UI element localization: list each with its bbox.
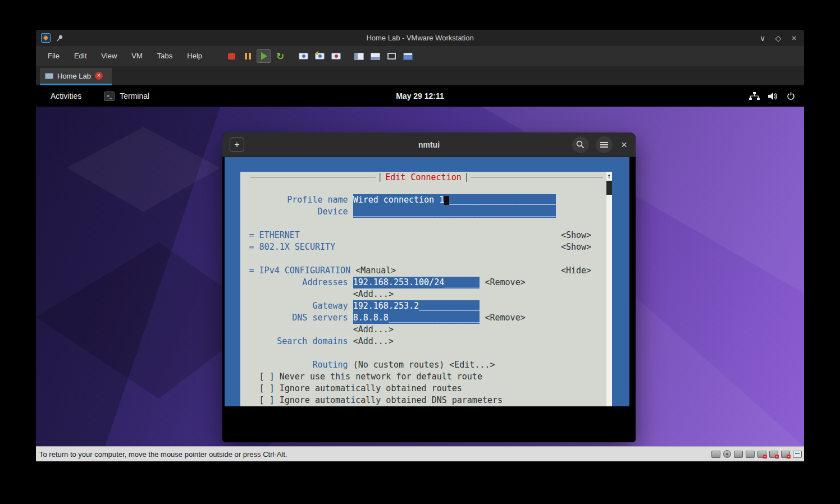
- gateway-input[interactable]: 192.168.253.2____________: [353, 300, 480, 312]
- ipv4-mode-select[interactable]: <Manual>: [355, 265, 396, 277]
- vmware-statusbar: To return to your computer, move the mou…: [36, 446, 804, 461]
- menu-vm[interactable]: VM: [124, 46, 150, 66]
- tab-home-lab[interactable]: Home Lab ×: [40, 68, 112, 85]
- dns-input[interactable]: 8.8.8.8__________________: [353, 312, 480, 324]
- search-icon: [576, 140, 585, 149]
- menu-help[interactable]: Help: [180, 46, 209, 66]
- routing-edit-button[interactable]: <Edit...>: [449, 359, 495, 371]
- network-adapter2-icon[interactable]: ×: [769, 451, 778, 458]
- nmtui-screen: Edit Connection Profile nameWired connec…: [225, 157, 629, 406]
- minimize-button[interactable]: ∨: [755, 30, 770, 46]
- checkbox-ignore-routes-label: Ignore automatically obtained routes: [280, 383, 462, 395]
- take-snapshot-icon: [299, 53, 308, 59]
- revert-snapshot-button[interactable]: [312, 49, 327, 63]
- vmware-window: Home Lab - VMware Workstation ∨ ◇ × File…: [36, 30, 804, 461]
- reset-button[interactable]: ↻: [273, 49, 287, 63]
- printer-icon[interactable]: ×: [781, 451, 790, 458]
- desktop-wallpaper: + nmtui ×: [36, 107, 804, 446]
- fullscreen-button[interactable]: [384, 49, 399, 63]
- tab-close-button[interactable]: ×: [95, 72, 103, 80]
- thumbnail-bar-button[interactable]: [368, 49, 382, 63]
- routing-value: (No custom routes): [353, 359, 445, 371]
- ipv4-hide-button[interactable]: <Hide>: [561, 265, 591, 277]
- menubar: File Edit View VM Tabs Help ↻: [36, 46, 804, 66]
- security-show-button[interactable]: <Show>: [561, 241, 591, 253]
- network-adapter-icon[interactable]: ×: [757, 451, 766, 458]
- scrollbar-thumb[interactable]: [606, 181, 612, 195]
- checkbox-ignore-dns[interactable]: [ ]: [259, 395, 275, 406]
- checkbox-default-route[interactable]: [ ]: [259, 371, 275, 383]
- search-button[interactable]: [572, 136, 589, 153]
- terminal-body: Edit Connection Profile nameWired connec…: [222, 157, 636, 442]
- section-marker: =: [249, 265, 254, 277]
- text-cursor: [444, 196, 449, 205]
- vm-display: Activities >_ Terminal May 29 12:11: [36, 85, 804, 446]
- section-marker: =: [249, 241, 254, 253]
- checkbox-ignore-routes[interactable]: [ ]: [259, 383, 275, 395]
- menu-view[interactable]: View: [94, 46, 124, 66]
- power-icon[interactable]: [787, 92, 795, 100]
- ethernet-show-button[interactable]: <Show>: [561, 230, 591, 241]
- console-view-button[interactable]: [400, 49, 415, 63]
- profile-name-input[interactable]: Wired connection 1_____________________: [353, 194, 556, 206]
- library-panel-icon: [354, 53, 364, 60]
- terminal-headerbar[interactable]: + nmtui ×: [222, 132, 636, 157]
- dns-label: DNS servers: [241, 312, 348, 324]
- profile-name-row: Profile nameWired connection 1__________…: [241, 194, 600, 206]
- security-section-row: =802.1X SECURITY <Show>: [241, 241, 600, 253]
- workspaces-icon[interactable]: [749, 92, 760, 100]
- revert-snapshot-icon: [315, 53, 325, 59]
- dns-remove-button[interactable]: <Remove>: [485, 312, 525, 324]
- checkbox-ignore-dns-label: Ignore automatically obtained DNS parame…: [280, 395, 503, 406]
- usb-icon[interactable]: [746, 451, 755, 458]
- menu-button[interactable]: [596, 136, 613, 153]
- suspend-icon: [245, 53, 251, 59]
- ethernet-section-row: =ETHERNET <Show>: [241, 230, 600, 241]
- power-on-button[interactable]: [257, 49, 271, 63]
- suspend-button[interactable]: [240, 49, 255, 63]
- checkbox-default-route-row: [ ]Never use this network for default ro…: [241, 371, 600, 383]
- addresses-remove-button[interactable]: <Remove>: [485, 277, 525, 288]
- volume-icon[interactable]: [768, 92, 778, 100]
- tab-label: Home Lab: [57, 72, 91, 80]
- window-titlebar[interactable]: Home Lab - VMware Workstation ∨ ◇ ×: [36, 30, 804, 46]
- maximize-button[interactable]: ◇: [770, 30, 786, 46]
- thumbnail-bar-icon: [371, 53, 380, 60]
- show-library-button[interactable]: [351, 49, 366, 63]
- device-status-icons: × × ×: [711, 450, 802, 458]
- vm-monitor-icon: [45, 73, 53, 79]
- tabbar: Home Lab ×: [36, 66, 804, 85]
- menu-edit[interactable]: Edit: [67, 46, 94, 66]
- cdrom-icon[interactable]: [723, 450, 731, 458]
- dns-row: DNS servers8.8.8.8__________________ <Re…: [241, 312, 600, 324]
- menu-tabs[interactable]: Tabs: [150, 46, 180, 66]
- terminal-close-button[interactable]: ×: [619, 139, 629, 151]
- power-off-button[interactable]: [224, 49, 239, 63]
- add-dns-button[interactable]: <Add...>: [353, 324, 394, 336]
- title-left-tick: [380, 173, 380, 182]
- addresses-input[interactable]: 192.168.253.100/24_______: [353, 277, 480, 288]
- add-address-button[interactable]: <Add...>: [353, 288, 394, 300]
- blank-row: [241, 347, 600, 359]
- clock[interactable]: May 29 12:11: [36, 91, 804, 100]
- ipv4-section-row: =IPv4 CONFIGURATION<Manual> <Hide>: [241, 265, 600, 277]
- hamburger-icon: [600, 142, 608, 148]
- ethernet-label: ETHERNET: [259, 230, 300, 241]
- harddisk-icon[interactable]: [711, 451, 720, 458]
- routing-row: Routing(No custom routes)<Edit...>: [241, 359, 600, 371]
- scroll-up-arrow-icon[interactable]: ↑: [606, 172, 612, 180]
- snapshot-manager-button[interactable]: [328, 49, 343, 63]
- add-search-domain-button[interactable]: <Add...>: [353, 336, 394, 347]
- dialog-scrollbar[interactable]: ↑: [606, 172, 612, 406]
- addresses-row: Addresses192.168.253.100/24_______ <Remo…: [241, 277, 600, 288]
- blank-row: [241, 218, 600, 230]
- ipv4-label: IPv4 CONFIGURATION: [259, 265, 351, 277]
- status-message: To return to your computer, move the mou…: [39, 450, 287, 459]
- close-button[interactable]: ×: [786, 30, 802, 46]
- floppy-icon[interactable]: [734, 451, 743, 458]
- menu-file[interactable]: File: [40, 46, 67, 66]
- console-view-icon: [403, 53, 413, 60]
- message-log-icon[interactable]: [793, 451, 802, 458]
- take-snapshot-button[interactable]: [296, 49, 311, 63]
- device-input[interactable]: ________________________________________: [353, 206, 556, 218]
